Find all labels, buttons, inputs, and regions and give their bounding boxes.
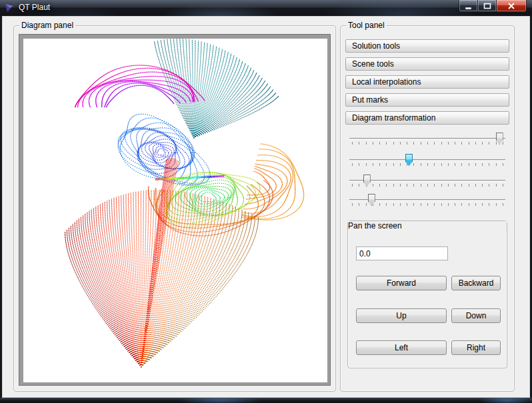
up-button-label: Up — [396, 311, 406, 320]
left-button[interactable]: Left — [356, 340, 447, 355]
toolbox-tab-label: Local interpolations — [352, 77, 421, 87]
transform-slider-4 — [349, 194, 505, 211]
titlebar: QT Plaut — [0, 0, 532, 16]
bifurcation-diagram-canvas[interactable] — [23, 39, 327, 382]
pan-screen-group: Pan the screen Forward Backward Up Down … — [347, 220, 507, 368]
diagram-panel-label: Diagram panel — [19, 21, 75, 30]
toolbox-tab-put-marks[interactable]: Put marks — [345, 93, 509, 107]
transform-slider-3 — [349, 175, 505, 192]
transform-slider-1 — [349, 133, 505, 150]
close-button[interactable] — [497, 0, 527, 12]
minimize-icon — [465, 2, 473, 10]
toolbox-tab-label: Solution tools — [352, 41, 400, 51]
diagram-viewport-frame — [19, 34, 331, 386]
toolbox-tab-label: Scene tools — [352, 59, 394, 69]
app-icon — [5, 3, 15, 13]
left-button-label: Left — [395, 343, 408, 352]
slider-ticks — [352, 163, 503, 167]
pan-screen-label: Pan the screen — [348, 221, 507, 230]
main-window: Diagram panel Tool panel Solution tools … — [2, 16, 530, 398]
tool-panel-group: Tool panel Solution tools Scene tools Lo… — [340, 25, 515, 392]
backward-button-label: Backward — [459, 278, 494, 288]
slider-groove[interactable] — [349, 159, 505, 161]
up-button[interactable]: Up — [356, 308, 447, 323]
down-button[interactable]: Down — [451, 308, 501, 323]
tool-panel-label: Tool panel — [346, 21, 387, 30]
toolbox-tab-label: Put marks — [352, 95, 388, 105]
desktop: QT Plaut Diagram panel — [0, 0, 532, 403]
slider-ticks — [352, 184, 503, 187]
right-button-label: Right — [467, 343, 485, 352]
window-controls — [459, 0, 527, 12]
toolbox-tab-label: Diagram transformation — [352, 113, 435, 123]
slider-groove[interactable] — [349, 138, 505, 140]
pan-distance-input[interactable] — [356, 246, 448, 260]
taskbar[interactable] — [0, 398, 532, 403]
diagram-panel-group: Diagram panel — [13, 25, 336, 392]
slider-ticks — [352, 142, 503, 145]
slider-ticks — [352, 203, 503, 206]
forward-button-label: Forward — [387, 278, 416, 288]
right-button[interactable]: Right — [451, 340, 501, 355]
toolbox-tab-diagram-transformation[interactable]: Diagram transformation — [345, 111, 509, 125]
transform-slider-2 — [349, 154, 505, 171]
forward-button[interactable]: Forward — [356, 276, 447, 290]
maximize-icon — [483, 2, 491, 10]
qt-plaut-logo-icon — [5, 3, 15, 13]
toolbox-tab-scene-tools[interactable]: Scene tools — [345, 57, 509, 71]
close-icon — [507, 2, 515, 10]
down-button-label: Down — [466, 311, 487, 320]
backward-button[interactable]: Backward — [451, 276, 501, 290]
maximize-button[interactable] — [478, 0, 497, 12]
window-title: QT Plaut — [19, 0, 50, 16]
toolbox-tab-solution-tools[interactable]: Solution tools — [345, 39, 509, 53]
toolbox-tab-local-interpolations[interactable]: Local interpolations — [345, 75, 509, 89]
minimize-button[interactable] — [459, 0, 478, 12]
slider-groove[interactable] — [349, 180, 505, 182]
